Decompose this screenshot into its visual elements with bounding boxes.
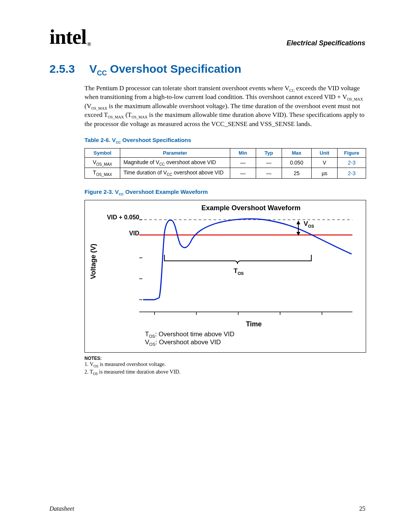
th-unit: Unit xyxy=(312,148,338,157)
header-section-title: Electrical Specifications xyxy=(287,39,365,47)
figure-caption: Figure 2-3. VCC Overshoot Example Wavefo… xyxy=(84,189,365,196)
section-title: VCC Overshoot Specification xyxy=(89,62,241,77)
section-heading: 2.5.3 VCC Overshoot Specification xyxy=(49,62,365,77)
note-item: 2. TOS is measured time duration above V… xyxy=(84,369,365,376)
notes-list: 1. VOS is measured overshoot voltage. 2.… xyxy=(84,361,365,377)
chart-title: Example Overshoot Waveform xyxy=(139,204,363,212)
cell-typ: — xyxy=(256,157,282,168)
th-typ: Typ xyxy=(256,148,282,157)
ytick-vid-plus: VID + 0.050 xyxy=(97,214,139,230)
svg-text:VOS: VOS xyxy=(304,220,314,228)
cell-unit: V xyxy=(312,157,338,168)
table-row: VOS_MAX Magnitude of VCC overshoot above… xyxy=(85,157,366,168)
cell-typ: — xyxy=(256,168,282,179)
cell-max: 0.050 xyxy=(282,157,311,168)
page-number: 25 xyxy=(359,505,365,512)
th-max: Max xyxy=(282,148,311,157)
cell-parameter: Time duration of VCC overshoot above VID xyxy=(120,168,230,179)
th-parameter: Parameter xyxy=(120,148,230,157)
cell-figure-link[interactable]: 2-3 xyxy=(338,168,366,179)
body-paragraph: The Pentium D processor can tolerate sho… xyxy=(84,84,365,128)
cell-unit: µs xyxy=(312,168,338,179)
cell-max: 25 xyxy=(282,168,311,179)
waveform-plot: VOS TOS xyxy=(139,212,352,319)
cell-figure-link[interactable]: 2-3 xyxy=(338,157,366,168)
th-symbol: Symbol xyxy=(85,148,120,157)
cell-symbol: TOS_MAX xyxy=(85,168,120,179)
y-axis-label: Voltage (V) xyxy=(88,244,97,279)
note-item: 1. VOS is measured overshoot voltage. xyxy=(84,361,365,369)
vos-annotation: VOS xyxy=(296,220,314,236)
section-number: 2.5.3 xyxy=(49,62,75,77)
th-figure: Figure xyxy=(338,148,366,157)
x-axis-label: Time xyxy=(145,320,363,328)
table-row: TOS_MAX Time duration of VCC overshoot a… xyxy=(85,168,366,179)
intel-logo: intel® xyxy=(49,27,90,47)
vcc-waveform xyxy=(143,219,352,300)
notes-heading: NOTES: xyxy=(84,356,365,361)
cell-symbol: VOS_MAX xyxy=(85,157,120,168)
svg-text:TOS: TOS xyxy=(234,267,244,276)
th-min: Min xyxy=(230,148,256,157)
table-header-row: Symbol Parameter Min Typ Max Unit Figure xyxy=(85,148,366,157)
cell-min: — xyxy=(230,157,256,168)
cell-parameter: Magnitude of VCC overshoot above VID xyxy=(120,157,230,168)
footer-left: Datasheet xyxy=(49,505,74,512)
tos-annotation: TOS xyxy=(164,255,311,276)
cell-min: — xyxy=(230,168,256,179)
table-caption: Table 2-6. VCC Overshoot Specifications xyxy=(84,137,365,144)
figure-waveform: Voltage (V) VID + 0.050 VID Example Over… xyxy=(84,200,366,353)
overshoot-spec-table: Symbol Parameter Min Typ Max Unit Figure… xyxy=(84,148,366,179)
ytick-vid: VID xyxy=(97,230,139,241)
svg-marker-13 xyxy=(296,220,300,224)
figure-legend: TOS: Overshoot time above VID VOS: Overs… xyxy=(145,331,363,347)
